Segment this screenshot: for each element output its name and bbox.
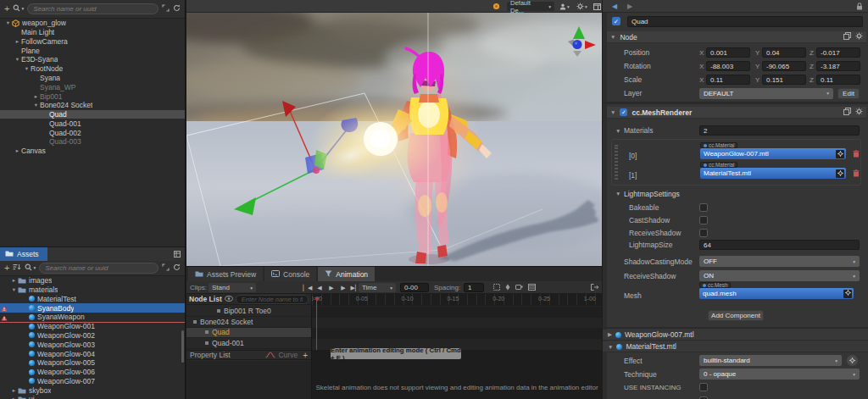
hierarchy-node-bip001[interactable]: ▸ Bip001 — [0, 91, 185, 101]
collapse-arrow-icon[interactable]: ▾ — [14, 56, 21, 63]
asset-item-images[interactable]: ▸ images — [0, 276, 185, 285]
add-node-button[interactable]: + — [4, 4, 9, 14]
reset-effect-icon[interactable] — [847, 355, 858, 366]
scale-x-field[interactable]: 0.11 — [706, 75, 750, 85]
copy-icon[interactable] — [843, 32, 851, 42]
refresh-icon[interactable] — [173, 263, 181, 273]
expand-arrow-icon[interactable]: ▸ — [32, 93, 40, 100]
next-frame-button[interactable]: ▶ — [337, 285, 349, 291]
asset-item-materials[interactable]: ▾ materials — [0, 285, 185, 295]
add-property-button[interactable]: + — [303, 351, 308, 360]
hierarchy-node-syana[interactable]: Syana — [0, 74, 185, 83]
position-z-field[interactable]: -0.017 — [816, 47, 860, 58]
technique-dropdown[interactable]: 0 - opaque▾ — [699, 369, 860, 380]
castshadow-checkbox[interactable] — [699, 216, 708, 224]
receiveshadow-checkbox[interactable] — [699, 229, 708, 237]
tab-animation[interactable]: Animation — [318, 267, 375, 281]
expand-arrow-icon[interactable]: ▸ — [10, 396, 18, 399]
hierarchy-node-rootnode[interactable]: ▾ RootNode — [0, 64, 185, 74]
layout-window-icon[interactable] — [593, 3, 601, 12]
locate-asset-button[interactable] — [836, 169, 844, 178]
history-back-icon[interactable]: ◀ — [612, 3, 617, 10]
camera-icon[interactable] — [515, 284, 523, 291]
scale-z-field[interactable]: 0.11 — [816, 75, 860, 85]
expand-all-icon[interactable] — [162, 263, 170, 273]
scene-viewport[interactable] — [186, 13, 602, 266]
hierarchy-node-followcamera[interactable]: ▸ FollowCamera — [0, 37, 185, 47]
materials-count-field[interactable]: 2 — [699, 125, 860, 136]
asset-item-skybox[interactable]: ▸ skybox — [0, 385, 185, 395]
asset-item-weaponglow-002[interactable]: WeaponGlow-002 — [0, 331, 185, 341]
asset-item-materialtest[interactable]: MaterialTest — [0, 295, 185, 304]
frames-icon[interactable] — [528, 284, 536, 292]
effect-dropdown[interactable]: builtin-standard▾ — [699, 355, 842, 366]
material-asset-weaponglow-007-mtl[interactable]: ▶ WeaponGlow-007.mtl — [603, 330, 868, 341]
use-instancing-checkbox[interactable] — [699, 383, 708, 391]
asset-item-weaponglow-005[interactable]: WeaponGlow-005 — [0, 358, 185, 368]
material-reference-field[interactable]: WeaponGlow-007.mtl — [700, 148, 846, 159]
material-reference-field[interactable]: MaterialTest.mtl — [700, 168, 846, 179]
anim-node-quad[interactable]: Quad — [186, 328, 311, 339]
tab-assets[interactable]: Assets — [0, 247, 47, 261]
hierarchy-node-weapon-glow[interactable]: ▾ weapon_glow — [0, 19, 185, 28]
node-name-field[interactable]: Quad — [627, 16, 863, 27]
trash-icon[interactable] — [853, 150, 860, 159]
camera-view-icon[interactable]: ▾ — [559, 3, 570, 12]
lightmap-size-field[interactable]: 64 — [699, 240, 860, 250]
hierarchy-node-plane[interactable]: Plane — [0, 46, 185, 55]
tab-assets-preview[interactable]: Assets Preview — [188, 267, 263, 281]
locate-asset-button[interactable] — [843, 290, 852, 298]
current-frame-field[interactable]: 0-00 — [400, 283, 429, 292]
scale-y-field[interactable]: 0.151 — [762, 75, 806, 85]
hierarchy-node-quad-001[interactable]: Quad-001 — [0, 119, 185, 128]
position-y-field[interactable]: 0.04 — [762, 47, 806, 58]
layer-edit-button[interactable]: Edit — [837, 88, 860, 99]
hierarchy-node-syana-wp[interactable]: Syana_WP — [0, 82, 185, 91]
exit-animation-icon[interactable] — [591, 281, 598, 294]
hierarchy-node-e3d-syana[interactable]: ▾ E3D-Syana — [0, 55, 185, 64]
clip-dropdown[interactable]: Stand▾ — [209, 283, 256, 292]
expand-arrow-icon[interactable]: ▸ — [14, 38, 21, 45]
anim-node-bip001-r-toe0[interactable]: Bip001 R Toe0 — [186, 306, 311, 317]
previous-frame-button[interactable]: ◀ — [314, 285, 326, 291]
add-asset-button[interactable]: + — [4, 263, 9, 273]
hierarchy-node-canvas[interactable]: ▸ Canvas — [0, 147, 185, 156]
refresh-icon[interactable] — [173, 4, 181, 14]
locate-asset-button[interactable] — [836, 150, 844, 158]
layer-dropdown[interactable]: DEFAULT▾ — [699, 88, 833, 99]
expand-arrow-icon[interactable]: ▸ — [10, 277, 18, 284]
hierarchy-node-quad-003[interactable]: Quad-003 — [0, 137, 185, 147]
assets-search-input[interactable] — [45, 264, 153, 272]
playhead[interactable] — [316, 297, 317, 350]
mesh-renderer-header[interactable]: ▼ ✓ cc.MeshRenderer — [607, 107, 866, 119]
copy-icon[interactable] — [843, 108, 851, 117]
mesh-reference-field[interactable]: quad.mesh — [699, 288, 854, 299]
edit-mode-tooltip[interactable]: Enter animation editing mode ( Ctrl / Cm… — [331, 348, 461, 359]
timeline-ruler[interactable]: 0-000-050-100-150-200-251-00 — [312, 294, 602, 305]
material-asset-materialtest-mtl[interactable]: ▼ MaterialTest.mtl — [603, 341, 868, 352]
gear-icon[interactable] — [855, 32, 863, 42]
animation-timeline[interactable]: 0-000-050-100-150-200-251-00 Enter anima… — [312, 294, 602, 399]
anim-node-quad-001[interactable]: Quad-001 — [186, 338, 311, 349]
asset-item-weaponglow-001[interactable]: WeaponGlow-001 — [0, 322, 185, 331]
expand-arrow-icon[interactable]: ▸ — [14, 147, 21, 154]
position-x-field[interactable]: 0.001 — [706, 47, 750, 58]
sort-assets-icon[interactable] — [13, 263, 21, 273]
asset-item-syanaweapon[interactable]: SyanaWeapon — [0, 313, 185, 322]
add-component-button[interactable]: Add Component — [708, 310, 764, 321]
assets-scrollbar[interactable] — [181, 330, 184, 363]
spacing-field[interactable]: 1 — [464, 283, 484, 292]
lightmap-settings-header[interactable]: ▼ LightmapSettings — [603, 188, 868, 199]
scene-settings-gear-icon[interactable]: ▾ — [576, 3, 587, 12]
insert-keyframe-icon[interactable] — [505, 284, 510, 292]
tab-console[interactable]: Console — [264, 267, 316, 281]
eye-icon[interactable] — [225, 295, 233, 303]
collapse-arrow-icon[interactable]: ▼ — [608, 344, 613, 350]
curve-icon[interactable] — [265, 352, 275, 358]
anim-node-bone024-socket[interactable]: Bone024 Socket — [186, 317, 311, 328]
camera-preset-dropdown[interactable]: Default De...▾ — [507, 2, 554, 11]
gear-icon[interactable] — [855, 108, 863, 117]
hierarchy-node-quad[interactable]: Quad — [0, 110, 185, 119]
snap-grid-icon[interactable] — [493, 284, 500, 292]
node-filter-input[interactable] — [240, 295, 304, 304]
